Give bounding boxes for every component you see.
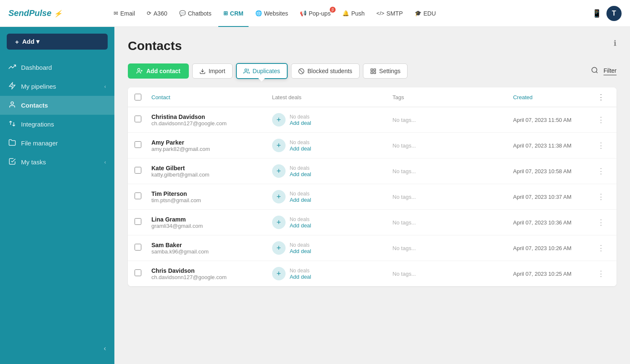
add-deal-button-6[interactable]: + bbox=[272, 241, 286, 255]
sidebar-item-contacts[interactable]: Contacts bbox=[0, 96, 114, 115]
contacts-table: Contact Latest deals Tags Created ⋮ bbox=[128, 87, 617, 286]
mobile-icon[interactable]: 📱 bbox=[592, 9, 601, 18]
tasks-chevron: ‹ bbox=[104, 159, 106, 165]
settings-icon bbox=[370, 68, 376, 74]
nav-crm[interactable]: ⊞ CRM bbox=[218, 8, 249, 19]
settings-button[interactable]: Settings bbox=[363, 63, 408, 79]
nav-right: 📱 T bbox=[592, 6, 622, 21]
nav-edu[interactable]: 🎓 EDU bbox=[410, 8, 441, 19]
svg-line-13 bbox=[596, 71, 597, 73]
add-deal-button-4[interactable]: + bbox=[272, 190, 286, 203]
nav-push[interactable]: 🔔 Push bbox=[337, 8, 370, 19]
row-checkbox-6[interactable] bbox=[135, 244, 151, 252]
add-deal-button-7[interactable]: + bbox=[272, 267, 286, 280]
svg-point-5 bbox=[245, 69, 247, 71]
header-more: ⋮ bbox=[597, 92, 610, 102]
tags-cell-2: No tags... bbox=[392, 142, 513, 149]
table-row: Lina Gramm gramli34@gmail.com + No deals… bbox=[128, 210, 617, 235]
sidebar-collapse-button[interactable]: ‹ bbox=[0, 340, 114, 357]
user-avatar[interactable]: T bbox=[606, 6, 622, 21]
logo[interactable]: SendPulse ⚡ bbox=[8, 8, 93, 18]
sidebar: + Add ▾ Dashboard My pipelines ‹ Contact… bbox=[0, 27, 114, 364]
tags-cell-5: No tags... bbox=[392, 219, 513, 226]
nav-smtp[interactable]: </> SMTP bbox=[371, 8, 408, 19]
row-checkbox-5[interactable] bbox=[135, 218, 151, 227]
import-button[interactable]: Import bbox=[192, 63, 233, 79]
row-checkbox-1[interactable] bbox=[135, 116, 151, 124]
table-row: Tim Piterson tim.ptsn@gmail.com + No dea… bbox=[128, 184, 617, 210]
table-row: Sam Baker samba.k96@gmail.com + No deals… bbox=[128, 235, 617, 261]
table-header: Contact Latest deals Tags Created ⋮ bbox=[128, 87, 617, 107]
row-checkbox-3[interactable] bbox=[135, 167, 151, 175]
tags-cell-4: No tags... bbox=[392, 194, 513, 200]
more-icon-7[interactable]: ⋮ bbox=[597, 269, 610, 278]
sidebar-item-my-tasks[interactable]: My tasks ‹ bbox=[0, 153, 114, 171]
more-icon-4[interactable]: ⋮ bbox=[597, 192, 610, 201]
deal-cell-6: + No deals Add deal bbox=[272, 241, 393, 255]
duplicates-icon bbox=[244, 68, 250, 74]
nav-websites[interactable]: 🌐 Websites bbox=[250, 8, 293, 19]
sidebar-item-dashboard[interactable]: Dashboard bbox=[0, 58, 114, 77]
info-button[interactable]: ℹ bbox=[614, 39, 617, 48]
duplicates-button[interactable]: Duplicates bbox=[236, 63, 288, 79]
page-title: Contacts bbox=[128, 39, 617, 53]
table-row: Chris Davidson ch.davidsonn127@google.co… bbox=[128, 261, 617, 286]
more-icon-3[interactable]: ⋮ bbox=[597, 166, 610, 176]
tags-cell-6: No tags... bbox=[392, 245, 513, 251]
nav-popups[interactable]: 📢 Pop-ups β bbox=[295, 8, 336, 19]
row-checkbox-7[interactable] bbox=[135, 269, 151, 278]
add-deal-button-5[interactable]: + bbox=[272, 216, 286, 229]
created-cell-4: April 07, 2023 10:37 AM bbox=[513, 194, 597, 200]
filter-button[interactable]: Filter bbox=[604, 67, 617, 75]
contact-info-4: Tim Piterson tim.ptsn@gmail.com bbox=[151, 190, 272, 203]
my-tasks-icon bbox=[8, 158, 16, 166]
header-created[interactable]: Created bbox=[513, 92, 597, 102]
sidebar-item-integrations[interactable]: Integrations bbox=[0, 115, 114, 134]
nav-chatbots[interactable]: 💬 Chatbots bbox=[174, 8, 217, 19]
blocked-students-icon bbox=[298, 68, 304, 74]
tags-cell-7: No tags... bbox=[392, 271, 513, 277]
svg-rect-11 bbox=[371, 71, 372, 73]
sidebar-item-file-manager[interactable]: File manager bbox=[0, 134, 114, 153]
smtp-icon: </> bbox=[376, 10, 384, 16]
svg-point-0 bbox=[11, 102, 13, 104]
deal-cell-7: + No deals Add deal bbox=[272, 267, 393, 280]
nav-a360[interactable]: ⟳ A360 bbox=[142, 8, 172, 19]
crm-icon: ⊞ bbox=[223, 10, 228, 16]
add-deal-button-2[interactable]: + bbox=[272, 139, 286, 152]
websites-icon: 🌐 bbox=[255, 10, 262, 16]
svg-point-12 bbox=[592, 67, 597, 72]
toolbar-right: Filter bbox=[591, 66, 617, 76]
add-contact-button[interactable]: Add contact bbox=[128, 63, 189, 79]
nav-email[interactable]: ✉ Email bbox=[109, 8, 140, 19]
row-checkbox-4[interactable] bbox=[135, 193, 151, 201]
blocked-students-button[interactable]: Blocked students bbox=[291, 63, 360, 79]
search-icon[interactable] bbox=[591, 66, 598, 76]
import-icon bbox=[199, 68, 206, 74]
edu-icon: 🎓 bbox=[415, 10, 421, 16]
contact-info-5: Lina Gramm gramli34@gmail.com bbox=[151, 216, 272, 229]
add-deal-button-3[interactable]: + bbox=[272, 164, 286, 178]
row-checkbox-2[interactable] bbox=[135, 141, 151, 150]
created-cell-1: April 07, 2023 11:50 AM bbox=[513, 117, 597, 123]
add-button[interactable]: + Add ▾ bbox=[7, 34, 108, 50]
add-icon: + bbox=[15, 38, 19, 45]
add-deal-button-1[interactable]: + bbox=[272, 113, 286, 127]
more-icon-2[interactable]: ⋮ bbox=[597, 141, 610, 150]
collapse-icon: ‹ bbox=[104, 345, 106, 352]
header-contact[interactable]: Contact bbox=[151, 92, 272, 102]
more-options-icon[interactable]: ⋮ bbox=[597, 92, 605, 102]
svg-point-1 bbox=[138, 69, 140, 71]
more-icon-6[interactable]: ⋮ bbox=[597, 243, 610, 253]
top-navigation: SendPulse ⚡ ✉ Email ⟳ A360 💬 Chatbots ⊞ … bbox=[0, 0, 630, 27]
add-contact-icon bbox=[136, 68, 143, 74]
select-all-checkbox[interactable] bbox=[135, 94, 141, 100]
more-icon-1[interactable]: ⋮ bbox=[597, 115, 610, 124]
table-row: Christina Davidson ch.davidsonn127@googl… bbox=[128, 107, 617, 133]
svg-line-7 bbox=[299, 69, 303, 73]
content-area: Contacts ℹ Add contact Import Duplicates… bbox=[114, 27, 630, 364]
tags-cell-3: No tags... bbox=[392, 168, 513, 174]
beta-badge: β bbox=[330, 7, 336, 13]
more-icon-5[interactable]: ⋮ bbox=[597, 218, 610, 227]
sidebar-item-pipelines[interactable]: My pipelines ‹ bbox=[0, 77, 114, 96]
